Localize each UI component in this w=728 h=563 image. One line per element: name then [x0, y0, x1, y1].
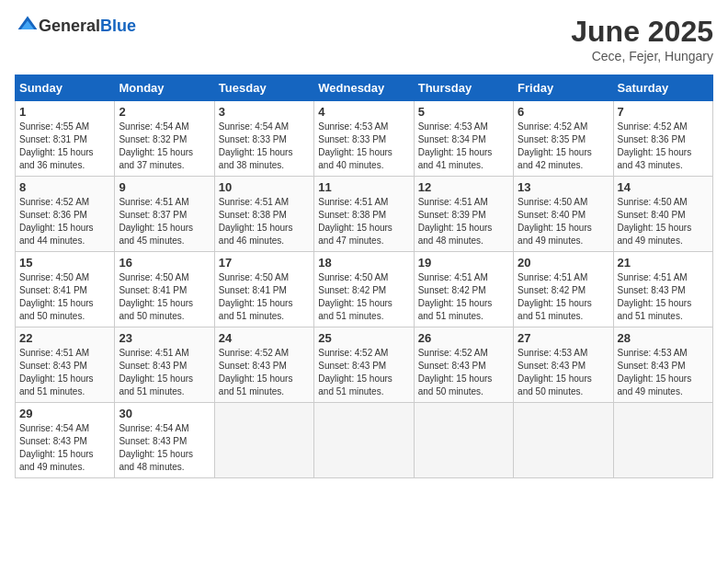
day-number: 27: [518, 331, 609, 345]
col-friday: Friday: [514, 75, 613, 101]
calendar-cell-17: 17Sunrise: 4:50 AMSunset: 8:41 PMDayligh…: [214, 252, 313, 327]
day-number: 17: [219, 256, 310, 270]
calendar-week-3: 22Sunrise: 4:51 AMSunset: 8:43 PMDayligh…: [16, 327, 713, 403]
calendar-cell-7: 7Sunrise: 4:52 AMSunset: 8:36 PMDaylight…: [613, 101, 712, 177]
calendar-cell-23: 23Sunrise: 4:51 AMSunset: 8:43 PMDayligh…: [115, 327, 214, 403]
calendar-cell-26: 26Sunrise: 4:52 AMSunset: 8:43 PMDayligh…: [414, 327, 513, 403]
day-number: 18: [318, 256, 409, 270]
calendar-subtitle: Cece, Fejer, Hungary: [571, 49, 713, 63]
calendar-table: Sunday Monday Tuesday Wednesday Thursday…: [15, 75, 713, 478]
calendar-cell-30: 30Sunrise: 4:54 AMSunset: 8:43 PMDayligh…: [115, 403, 214, 478]
calendar-cell-empty: [613, 403, 712, 478]
calendar-cell-12: 12Sunrise: 4:51 AMSunset: 8:39 PMDayligh…: [414, 177, 513, 252]
calendar-cell-empty: [514, 403, 613, 478]
day-number: 21: [618, 256, 709, 270]
day-number: 1: [19, 105, 110, 119]
calendar-cell-11: 11Sunrise: 4:51 AMSunset: 8:38 PMDayligh…: [314, 177, 414, 252]
day-number: 5: [418, 105, 509, 119]
day-number: 29: [19, 407, 110, 420]
logo: GeneralBlue: [15, 15, 136, 37]
calendar-cell-14: 14Sunrise: 4:50 AMSunset: 8:40 PMDayligh…: [613, 177, 712, 252]
day-number: 14: [618, 180, 709, 194]
day-number: 4: [318, 105, 409, 119]
calendar-cell-6: 6Sunrise: 4:52 AMSunset: 8:35 PMDaylight…: [514, 101, 613, 177]
calendar-cell-empty: [314, 403, 414, 478]
day-number: 3: [219, 105, 310, 119]
day-number: 9: [119, 180, 210, 194]
calendar-week-4: 29Sunrise: 4:54 AMSunset: 8:43 PMDayligh…: [16, 403, 713, 478]
calendar-cell-15: 15Sunrise: 4:50 AMSunset: 8:41 PMDayligh…: [16, 252, 115, 327]
col-sunday: Sunday: [16, 75, 115, 101]
day-number: 28: [618, 331, 709, 345]
calendar-cell-28: 28Sunrise: 4:53 AMSunset: 8:43 PMDayligh…: [613, 327, 712, 403]
calendar-week-1: 8Sunrise: 4:52 AMSunset: 8:36 PMDaylight…: [16, 177, 713, 252]
day-number: 2: [119, 105, 210, 119]
calendar-cell-13: 13Sunrise: 4:50 AMSunset: 8:40 PMDayligh…: [514, 177, 613, 252]
page-header: GeneralBlue June 2025 Cece, Fejer, Hunga…: [15, 15, 713, 63]
calendar-cell-8: 8Sunrise: 4:52 AMSunset: 8:36 PMDaylight…: [16, 177, 115, 252]
day-number: 13: [518, 180, 609, 194]
calendar-cell-27: 27Sunrise: 4:53 AMSunset: 8:43 PMDayligh…: [514, 327, 613, 403]
day-number: 15: [19, 256, 110, 270]
logo-general-text: General: [39, 17, 100, 35]
logo-blue-text: Blue: [100, 17, 136, 35]
day-number: 20: [518, 256, 609, 270]
day-number: 8: [19, 180, 110, 194]
calendar-cell-3: 3Sunrise: 4:54 AMSunset: 8:33 PMDaylight…: [214, 101, 313, 177]
calendar-title: June 2025: [571, 15, 713, 49]
day-number: 26: [418, 331, 509, 345]
calendar-cell-5: 5Sunrise: 4:53 AMSunset: 8:34 PMDaylight…: [414, 101, 513, 177]
day-number: 23: [119, 331, 210, 345]
day-number: 7: [618, 105, 709, 119]
day-number: 6: [518, 105, 609, 119]
logo-icon: [17, 15, 39, 37]
calendar-cell-29: 29Sunrise: 4:54 AMSunset: 8:43 PMDayligh…: [16, 403, 115, 478]
calendar-cell-20: 20Sunrise: 4:51 AMSunset: 8:42 PMDayligh…: [514, 252, 613, 327]
col-monday: Monday: [115, 75, 214, 101]
calendar-cell-10: 10Sunrise: 4:51 AMSunset: 8:38 PMDayligh…: [214, 177, 313, 252]
calendar-cell-1: 1Sunrise: 4:55 AMSunset: 8:31 PMDaylight…: [16, 101, 115, 177]
col-wednesday: Wednesday: [314, 75, 414, 101]
day-number: 30: [119, 407, 210, 420]
calendar-cell-22: 22Sunrise: 4:51 AMSunset: 8:43 PMDayligh…: [16, 327, 115, 403]
calendar-cell-25: 25Sunrise: 4:52 AMSunset: 8:43 PMDayligh…: [314, 327, 414, 403]
title-area: June 2025 Cece, Fejer, Hungary: [571, 15, 713, 63]
day-number: 22: [19, 331, 110, 345]
calendar-header-row: Sunday Monday Tuesday Wednesday Thursday…: [16, 75, 713, 101]
calendar-cell-2: 2Sunrise: 4:54 AMSunset: 8:32 PMDaylight…: [115, 101, 214, 177]
calendar-cell-9: 9Sunrise: 4:51 AMSunset: 8:37 PMDaylight…: [115, 177, 214, 252]
col-tuesday: Tuesday: [214, 75, 313, 101]
calendar-cell-21: 21Sunrise: 4:51 AMSunset: 8:43 PMDayligh…: [613, 252, 712, 327]
day-number: 25: [318, 331, 409, 345]
day-number: 12: [418, 180, 509, 194]
calendar-cell-4: 4Sunrise: 4:53 AMSunset: 8:33 PMDaylight…: [314, 101, 414, 177]
calendar-cell-empty: [414, 403, 513, 478]
day-number: 24: [219, 331, 310, 345]
calendar-week-2: 15Sunrise: 4:50 AMSunset: 8:41 PMDayligh…: [16, 252, 713, 327]
calendar-cell-19: 19Sunrise: 4:51 AMSunset: 8:42 PMDayligh…: [414, 252, 513, 327]
calendar-cell-empty: [214, 403, 313, 478]
calendar-cell-24: 24Sunrise: 4:52 AMSunset: 8:43 PMDayligh…: [214, 327, 313, 403]
day-number: 11: [318, 180, 409, 194]
calendar-week-0: 1Sunrise: 4:55 AMSunset: 8:31 PMDaylight…: [16, 101, 713, 177]
day-number: 19: [418, 256, 509, 270]
day-number: 16: [119, 256, 210, 270]
col-thursday: Thursday: [414, 75, 513, 101]
col-saturday: Saturday: [613, 75, 712, 101]
calendar-cell-18: 18Sunrise: 4:50 AMSunset: 8:42 PMDayligh…: [314, 252, 414, 327]
calendar-cell-16: 16Sunrise: 4:50 AMSunset: 8:41 PMDayligh…: [115, 252, 214, 327]
day-number: 10: [219, 180, 310, 194]
